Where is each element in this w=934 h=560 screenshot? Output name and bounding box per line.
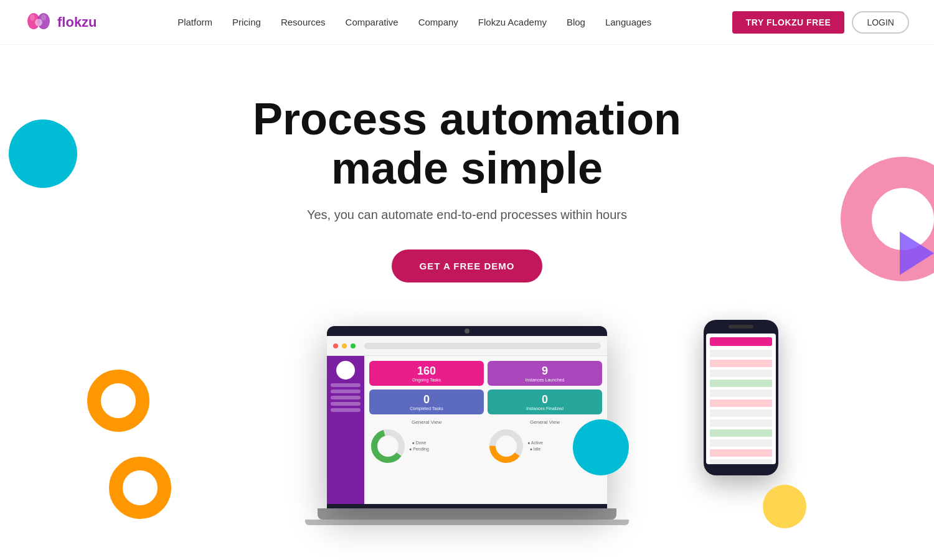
legend-item: ● Active	[527, 440, 543, 447]
nav-platform[interactable]: Platform	[177, 17, 212, 27]
camera-dot	[465, 329, 469, 334]
dashboard-content: 160 Ongoing Tasks 9 Instances Launched	[364, 356, 607, 504]
dot-yellow	[342, 343, 347, 348]
legend-item: ● Pending	[409, 446, 429, 453]
svg-point-8	[382, 440, 394, 452]
chart-label-1: General View	[369, 419, 484, 425]
stat-num-completed: 0	[374, 393, 479, 406]
menu-item	[331, 396, 361, 399]
donut-chart-1	[369, 427, 407, 465]
phone-row	[710, 419, 772, 427]
dashboard-charts: General View	[369, 419, 602, 465]
mockup-area: 160 Ongoing Tasks 9 Instances Launched	[25, 314, 909, 525]
laptop-mockup: 160 Ongoing Tasks 9 Instances Launched	[305, 314, 629, 525]
phone-row-green	[710, 380, 772, 387]
nav-company[interactable]: Company	[418, 17, 458, 27]
phone-mockup	[704, 320, 778, 475]
stat-label-ongoing: Ongoing Tasks	[374, 378, 479, 382]
phone-row	[710, 350, 772, 357]
deco-yellow-circle	[763, 485, 806, 528]
menu-item	[331, 390, 361, 393]
hero-subtitle: Yes, you can automate end-to-end process…	[25, 208, 909, 222]
stats-row-1: 160 Ongoing Tasks 9 Instances Launched	[369, 361, 602, 386]
phone-row-red	[710, 399, 772, 407]
hero-title: Process automation made simple	[249, 95, 685, 193]
legend-item: ● Idle	[527, 446, 543, 453]
stat-num-finalized: 0	[493, 393, 597, 406]
svg-point-4	[41, 14, 46, 21]
chart-area-1: General View	[369, 419, 484, 465]
chart-label-2: General View	[488, 419, 602, 425]
stat-launched: 9 Instances Launched	[488, 361, 602, 386]
stat-num-launched: 9	[493, 365, 597, 378]
dot-red	[333, 343, 338, 348]
phone-row-red	[710, 360, 772, 367]
get-demo-button[interactable]: GET A FREE DEMO	[392, 250, 542, 282]
stat-ongoing: 160 Ongoing Tasks	[369, 361, 484, 386]
stats-row-2: 0 Completed Tasks 0 Instances Finalized	[369, 390, 602, 414]
laptop-screen: 160 Ongoing Tasks 9 Instances Launched	[327, 326, 607, 508]
chart-display-1: ● Done ● Pending	[369, 427, 484, 465]
stat-completed: 0 Completed Tasks	[369, 390, 484, 414]
dot-green	[351, 343, 356, 348]
laptop-inner: 160 Ongoing Tasks 9 Instances Launched	[327, 336, 607, 504]
phone-row	[710, 409, 772, 417]
legend-item: ● Done	[409, 440, 429, 447]
laptop-base	[318, 508, 616, 520]
menu-item	[331, 408, 361, 412]
menu-item	[331, 383, 361, 387]
svg-point-3	[30, 14, 35, 21]
nav-resources[interactable]: Resources	[281, 17, 326, 27]
deco-orange-ring-bottom	[109, 457, 171, 519]
nav-pricing[interactable]: Pricing	[232, 17, 261, 27]
laptop-foot	[305, 520, 629, 526]
login-button[interactable]: LOGIN	[852, 11, 909, 34]
phone-menu-bar	[710, 337, 772, 346]
chart-legend-1: ● Done ● Pending	[409, 440, 429, 453]
dashboard-header	[327, 336, 607, 356]
phone-content	[706, 334, 776, 464]
phone-notch	[729, 325, 753, 329]
nav-languages[interactable]: Languages	[605, 17, 651, 27]
deco-arrow	[900, 231, 934, 278]
dashboard-body: 160 Ongoing Tasks 9 Instances Launched	[327, 356, 607, 504]
nav-comparative[interactable]: Comparative	[346, 17, 399, 27]
try-free-button[interactable]: TRY FLOKZU FREE	[732, 11, 845, 34]
phone-row-red	[710, 449, 772, 457]
logo[interactable]: flokzu	[25, 9, 97, 36]
logo-icon	[25, 9, 52, 36]
deco-teal-circle	[9, 119, 77, 188]
nav-links: Platform Pricing Resources Comparative C…	[177, 17, 651, 28]
hero-section: Process automation made simple Yes, you …	[0, 45, 934, 560]
donut-chart-2	[488, 427, 525, 465]
navbar: flokzu Platform Pricing Resources Compar…	[0, 0, 934, 45]
avatar	[336, 361, 355, 380]
chart-legend-2: ● Active ● Idle	[527, 440, 543, 453]
nav-blog[interactable]: Blog	[567, 17, 585, 27]
svg-point-2	[35, 19, 42, 26]
phone-row	[710, 390, 772, 397]
chart-display-2: ● Active ● Idle	[488, 427, 602, 465]
phone-row	[710, 370, 772, 377]
address-bar	[364, 343, 601, 349]
nav-actions: TRY FLOKZU FREE LOGIN	[732, 11, 909, 34]
logo-text: flokzu	[57, 14, 97, 30]
dashboard-sidebar	[327, 356, 364, 504]
phone-row-green	[710, 429, 772, 437]
stat-num-ongoing: 160	[374, 365, 479, 378]
stat-label-finalized: Instances Finalized	[493, 406, 597, 411]
svg-marker-5	[900, 231, 934, 275]
stat-finalized: 0 Instances Finalized	[488, 390, 602, 414]
stat-label-completed: Completed Tasks	[374, 406, 479, 411]
stat-label-launched: Instances Launched	[493, 378, 597, 382]
menu-item	[331, 402, 361, 406]
nav-academy[interactable]: Flokzu Academy	[478, 17, 547, 27]
phone-row	[710, 459, 772, 464]
phone-row	[710, 439, 772, 447]
chart-area-2: General View	[488, 419, 602, 465]
svg-point-11	[500, 440, 512, 452]
